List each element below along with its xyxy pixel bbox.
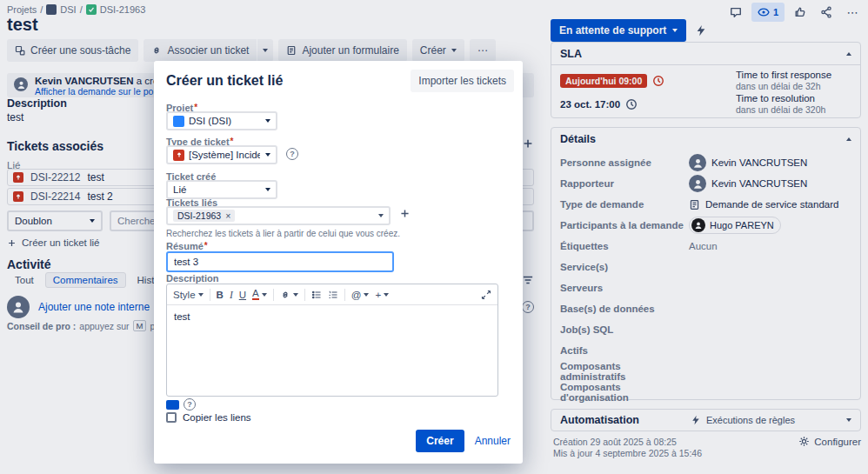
cancel-button[interactable]: Annuler	[475, 435, 511, 447]
copy-links-option[interactable]: Copier les liens	[166, 412, 251, 423]
linked-tickets-help: Recherchez les tickets à lier à partir d…	[166, 229, 400, 238]
bullet-list-button[interactable]	[311, 290, 322, 300]
numbered-list-icon	[328, 290, 338, 300]
help-icon[interactable]	[184, 398, 196, 411]
description-textarea[interactable]: test	[167, 305, 497, 396]
style-dropdown[interactable]: Style	[173, 290, 204, 300]
underline-button[interactable]: U	[239, 290, 246, 300]
issue-type-select[interactable]: [Système] Incident	[166, 145, 277, 164]
numbered-list-button[interactable]	[328, 290, 338, 300]
divider	[273, 289, 274, 301]
chevron-down-icon	[378, 214, 384, 217]
created-link-select[interactable]: Lié	[166, 180, 277, 199]
link-button[interactable]	[280, 290, 298, 300]
linked-tickets-multiselect[interactable]: DSI-21963 ×	[166, 206, 391, 225]
chevron-down-icon	[265, 119, 270, 123]
chevron-down-icon	[262, 293, 267, 297]
editor-mode-row	[166, 398, 196, 411]
chevron-down-icon	[198, 293, 204, 297]
project-select[interactable]: DSI (DSI)	[166, 111, 277, 130]
chevron-down-icon	[364, 293, 369, 297]
incident-type-icon	[173, 150, 184, 161]
link-icon	[280, 290, 290, 300]
description-editor: Style B I U A	[166, 284, 498, 397]
divider	[210, 289, 210, 301]
add-linked-ticket-icon[interactable]	[399, 208, 411, 219]
divider	[344, 289, 345, 301]
chevron-down-icon	[384, 293, 389, 297]
remove-tag-icon[interactable]: ×	[225, 210, 230, 221]
copy-links-checkbox[interactable]	[166, 412, 177, 423]
import-tickets-button[interactable]: Importer les tickets	[411, 70, 514, 92]
chevron-down-icon	[265, 153, 270, 157]
dialog-title: Créer un ticket lié	[166, 73, 283, 89]
expand-editor-icon[interactable]	[481, 290, 491, 300]
project-avatar-icon	[173, 116, 184, 127]
dialog-footer: Créer Annuler	[416, 430, 511, 452]
help-icon[interactable]	[286, 148, 298, 160]
mention-button[interactable]: @	[351, 290, 370, 300]
italic-button[interactable]: I	[230, 290, 233, 300]
bullet-list-icon	[311, 290, 322, 300]
text-color-button[interactable]: A	[252, 289, 267, 300]
summary-label: Résumé	[166, 241, 208, 251]
description-label: Description	[166, 273, 219, 284]
chevron-down-icon	[293, 293, 298, 297]
chevron-down-icon	[265, 188, 270, 191]
create-button[interactable]: Créer	[416, 430, 464, 452]
insert-button[interactable]: +	[375, 290, 389, 300]
editor-mode-icon[interactable]	[166, 400, 179, 410]
create-linked-ticket-dialog: Créer un ticket lié Importer les tickets…	[154, 61, 523, 464]
jira-ticket-page: Projets / DSI / DSI-21963 test Créer une…	[0, 0, 868, 474]
ticket-tag: DSI-21963 ×	[173, 210, 235, 222]
summary-input[interactable]	[166, 251, 394, 272]
editor-toolbar: Style B I U A	[167, 284, 497, 305]
bold-button[interactable]: B	[217, 290, 224, 300]
divider	[304, 289, 305, 301]
